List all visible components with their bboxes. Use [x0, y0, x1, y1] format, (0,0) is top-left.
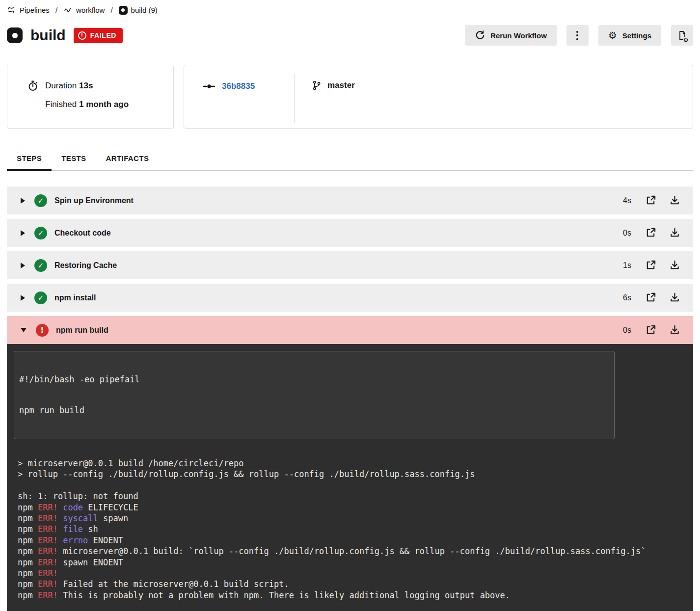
- file-gear-icon: ⚙: [677, 30, 687, 41]
- duration-label: Duration: [45, 81, 77, 90]
- step-label: npm run build: [56, 326, 623, 335]
- duration-line: Duration 13s: [27, 80, 173, 92]
- open-in-new-icon[interactable]: [645, 292, 656, 303]
- step-row-npm-install[interactable]: ✓npm install6s: [7, 284, 693, 312]
- breadcrumb-item-workflow[interactable]: workflow: [63, 5, 105, 15]
- tab-artifacts[interactable]: ARTIFACTS: [96, 146, 159, 170]
- terminal-line: > rollup --config ./build/rollup.config.…: [18, 469, 686, 479]
- terminal-line: [18, 601, 686, 611]
- download-icon[interactable]: [669, 324, 680, 336]
- branch-icon: [311, 80, 322, 91]
- breadcrumb-item-pipelines[interactable]: Pipelines: [7, 5, 50, 15]
- chevron-right-icon: [21, 263, 25, 268]
- command-box: #!/bin/bash -eo pipefail npm run build: [14, 351, 615, 439]
- job-icon: [7, 27, 23, 43]
- terminal-line: sh: 1: rollup: not found: [18, 491, 686, 502]
- download-icon[interactable]: [669, 195, 680, 206]
- terminal-line: npm ERR! errno ENOENT: [18, 535, 686, 546]
- breadcrumb-separator: /: [109, 6, 113, 14]
- rerun-workflow-button[interactable]: Rerun Workflow: [465, 25, 557, 46]
- step-label: Spin up Environment: [54, 196, 623, 205]
- tab-steps[interactable]: STEPS: [7, 146, 52, 170]
- breadcrumb-item-build-9[interactable]: build (9): [119, 6, 158, 15]
- kebab-icon: [576, 31, 578, 40]
- status-badge: ! FAILED: [74, 28, 123, 43]
- duration-value: 13s: [79, 81, 93, 90]
- card-divider: [294, 74, 295, 123]
- terminal-line: npm ERR! file sh: [18, 524, 686, 534]
- branch-name: master: [327, 80, 355, 90]
- tab-tests[interactable]: TESTS: [52, 146, 96, 170]
- step-actions: [645, 324, 680, 336]
- finished-value: 1 month ago: [79, 100, 129, 109]
- step-row-restoring-cache[interactable]: ✓Restoring Cache1s: [7, 251, 693, 279]
- step-duration: 6s: [623, 293, 631, 302]
- rerun-workflow-label: Rerun Workflow: [490, 31, 547, 40]
- download-icon[interactable]: [669, 227, 680, 239]
- download-icon[interactable]: [669, 292, 680, 303]
- terminal-line: npm ERR! syscall spawn: [18, 513, 686, 524]
- summary-cards: Duration 13s Finished 1 month ago 36b883…: [7, 65, 693, 129]
- commit-group: 36b8835: [203, 80, 277, 93]
- steps-list: ✓Spin up Environment4s✓Checkout code0s✓R…: [7, 186, 693, 344]
- terminal-line: > microserver@0.0.1 build /home/circleci…: [18, 458, 686, 469]
- success-check-icon: ✓: [34, 227, 47, 239]
- step-row-npm-run-build[interactable]: !npm run build0s: [7, 316, 693, 344]
- breadcrumb-label: workflow: [76, 6, 105, 14]
- more-options-button[interactable]: [566, 25, 589, 46]
- failed-status-icon: !: [36, 324, 49, 337]
- step-actions: [645, 260, 680, 271]
- step-label: Restoring Cache: [54, 261, 623, 270]
- failed-exclamation-icon: !: [78, 31, 86, 40]
- branch-group: master: [311, 80, 355, 91]
- terminal-line: npm ERR! Failed at the microserver@0.0.1…: [18, 579, 686, 589]
- open-in-new-icon[interactable]: [645, 227, 656, 239]
- settings-button[interactable]: ⚙ Settings: [598, 25, 661, 46]
- step-label: Checkout code: [54, 229, 623, 238]
- step-actions: [645, 227, 680, 239]
- terminal-line: npm ERR! This is probably not a problem …: [18, 590, 686, 601]
- job-icon: [119, 6, 128, 15]
- gear-icon: ⚙: [608, 30, 617, 40]
- workflow-icon: [63, 5, 73, 15]
- step-row-spin-up-environment[interactable]: ✓Spin up Environment4s: [7, 186, 693, 214]
- terminal-output: > microserver@0.0.1 build /home/circleci…: [14, 458, 686, 611]
- step-duration: 4s: [623, 196, 631, 205]
- terminal-line: [18, 480, 686, 491]
- breadcrumb: Pipelines/workflow/build (9): [7, 0, 693, 13]
- success-check-icon: ✓: [34, 194, 47, 207]
- open-in-new-icon[interactable]: [645, 195, 656, 206]
- commit-hash-link[interactable]: 36b8835: [222, 81, 255, 91]
- download-icon[interactable]: [669, 260, 680, 271]
- open-in-new-icon[interactable]: [645, 260, 656, 271]
- settings-label: Settings: [622, 31, 651, 40]
- step-actions: [645, 292, 680, 303]
- success-check-icon: ✓: [34, 259, 47, 272]
- terminal-line: npm ERR!: [18, 568, 686, 579]
- finished-label: Finished: [45, 100, 77, 109]
- terminal-line: npm ERR! code ELIFECYCLE: [18, 502, 686, 513]
- command-line: npm run build: [19, 405, 609, 416]
- job-header: build ! FAILED Rerun Workflow ⚙ Settings: [7, 24, 693, 47]
- step-duration: 1s: [623, 261, 631, 270]
- step-actions: [645, 195, 680, 206]
- job-title-group: build ! FAILED: [7, 27, 123, 44]
- tab-bar: STEPSTESTSARTIFACTS: [7, 146, 693, 171]
- terminal-line: npm ERR! microserver@0.0.1 build: `rollu…: [18, 546, 686, 557]
- commit-icon: [203, 80, 215, 93]
- command-line: #!/bin/bash -eo pipefail: [19, 374, 609, 385]
- status-badge-label: FAILED: [90, 31, 116, 39]
- stopwatch-icon: [27, 80, 39, 92]
- chevron-right-icon: [21, 230, 25, 236]
- breadcrumb-label: build (9): [131, 6, 158, 14]
- step-duration: 0s: [623, 326, 631, 335]
- open-in-new-icon[interactable]: [645, 324, 656, 336]
- pipelines-icon: [7, 5, 16, 15]
- job-page: Pipelines/workflow/build (9) build ! FAI…: [0, 0, 700, 611]
- page-title: build: [30, 27, 66, 44]
- job-config-button[interactable]: ⚙: [671, 25, 693, 46]
- success-check-icon: ✓: [34, 292, 47, 304]
- duration-card: Duration 13s Finished 1 month ago: [7, 65, 174, 129]
- step-row-checkout-code[interactable]: ✓Checkout code0s: [7, 219, 693, 247]
- step-output-terminal: #!/bin/bash -eo pipefail npm run build >…: [7, 344, 693, 611]
